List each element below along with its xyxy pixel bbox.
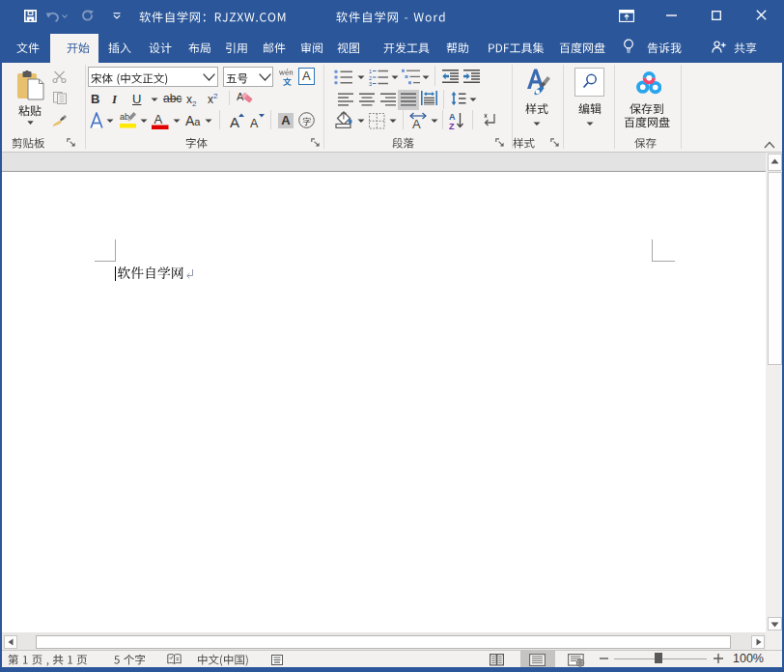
svg-text:A: A bbox=[412, 117, 421, 129]
svg-text:1: 1 bbox=[369, 69, 372, 74]
svg-text:A: A bbox=[250, 117, 259, 128]
svg-text:A: A bbox=[230, 114, 239, 128]
svg-text:A: A bbox=[449, 112, 456, 122]
svg-text:2: 2 bbox=[369, 75, 372, 81]
svg-text:A: A bbox=[154, 112, 163, 126]
svg-text:3: 3 bbox=[369, 81, 372, 86]
svg-text:Z: Z bbox=[449, 122, 455, 130]
